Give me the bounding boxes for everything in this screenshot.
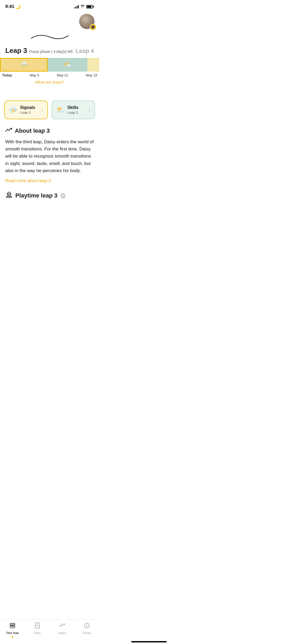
leap-title-row: Leap 3 Fussy phase | 4 day(s) left Leap … bbox=[0, 47, 99, 55]
wifi-icon bbox=[80, 4, 85, 9]
leap-current-number: Leap 3 bbox=[5, 47, 27, 55]
about-body: With the third leap, Daisy enters the wo… bbox=[5, 138, 94, 174]
playtime-section: Playtime leap 3 ⓘ bbox=[0, 188, 99, 227]
status-time: 9:41 bbox=[5, 4, 14, 9]
timeline-bar: ⛈️ ⛅ bbox=[0, 58, 99, 72]
moon-icon: 🌙 bbox=[15, 4, 21, 9]
read-more-link[interactable]: Read more about leap 3 bbox=[5, 178, 94, 183]
avatar-container bbox=[79, 14, 95, 30]
playtime-title: Playtime leap 3 ⓘ bbox=[5, 191, 94, 200]
timeline-date-3: May 19 bbox=[86, 73, 97, 77]
leap-subtitle: Fussy phase | 4 day(s) left bbox=[29, 49, 73, 54]
status-icons bbox=[74, 4, 94, 9]
skills-card-title: Skills bbox=[67, 105, 86, 110]
header bbox=[0, 12, 99, 30]
signals-chevron-icon: › bbox=[42, 108, 43, 112]
skills-card-icon: ⛅ bbox=[56, 106, 65, 114]
playtime-icon bbox=[5, 191, 13, 200]
skills-card-sub: Leap 3 bbox=[67, 111, 86, 114]
about-section: About leap 3 With the third leap, Daisy … bbox=[0, 125, 99, 188]
what-are-leaps-link[interactable]: What are leaps? bbox=[35, 77, 64, 87]
timeline-segment-next bbox=[87, 58, 99, 72]
about-title-icon bbox=[5, 127, 12, 135]
signals-card-title: Signals bbox=[20, 105, 39, 110]
leap-current: Leap 3 Fussy phase | 4 day(s) left bbox=[5, 47, 73, 55]
battery-icon bbox=[86, 5, 94, 8]
skills-card[interactable]: ⛅ Skills Leap 3 › bbox=[52, 100, 95, 119]
leap-next-number: Leap 4 bbox=[75, 48, 94, 54]
signals-card-sub: Leap 3 bbox=[20, 111, 39, 114]
timeline-container: ⛈️ ⛅ Today May 5 May 12 May 19 What are … bbox=[0, 58, 99, 87]
signals-card-icon: ⛈️ bbox=[9, 106, 17, 114]
timeline-segment-fussy: ⛈️ bbox=[0, 58, 48, 72]
skills-chevron-icon: › bbox=[89, 108, 90, 112]
about-title: About leap 3 bbox=[5, 127, 94, 135]
timeline-date-2: May 12 bbox=[57, 73, 68, 77]
timeline-segment-leap: ⛅ bbox=[48, 58, 87, 72]
storm-cloud-icon: ⛈️ bbox=[20, 61, 28, 68]
cards-container: ⛈️ Signals Leap 3 › ⛅ Skills Leap 3 › bbox=[0, 95, 99, 125]
svg-rect-0 bbox=[6, 196, 12, 197]
timeline-date-1: May 5 bbox=[30, 73, 39, 77]
svg-rect-2 bbox=[10, 194, 11, 196]
partly-cloudy-icon: ⛅ bbox=[64, 61, 71, 68]
playtime-info-icon[interactable]: ⓘ bbox=[61, 193, 65, 199]
timeline-dates: Today May 5 May 12 May 19 bbox=[0, 72, 99, 77]
svg-rect-1 bbox=[7, 194, 8, 196]
status-bar: 9:41 🌙 bbox=[0, 0, 99, 12]
about-title-text: About leap 3 bbox=[15, 127, 50, 134]
timeline-date-today: Today bbox=[2, 73, 12, 77]
settings-button[interactable] bbox=[90, 24, 96, 30]
signals-card-text: Signals Leap 3 bbox=[20, 105, 39, 114]
playtime-title-text: Playtime leap 3 ⓘ bbox=[15, 192, 65, 199]
signals-card[interactable]: ⛈️ Signals Leap 3 › bbox=[4, 100, 48, 119]
skills-card-text: Skills Leap 3 bbox=[67, 105, 86, 114]
wave-decoration bbox=[0, 30, 99, 47]
signal-bars bbox=[74, 5, 79, 8]
